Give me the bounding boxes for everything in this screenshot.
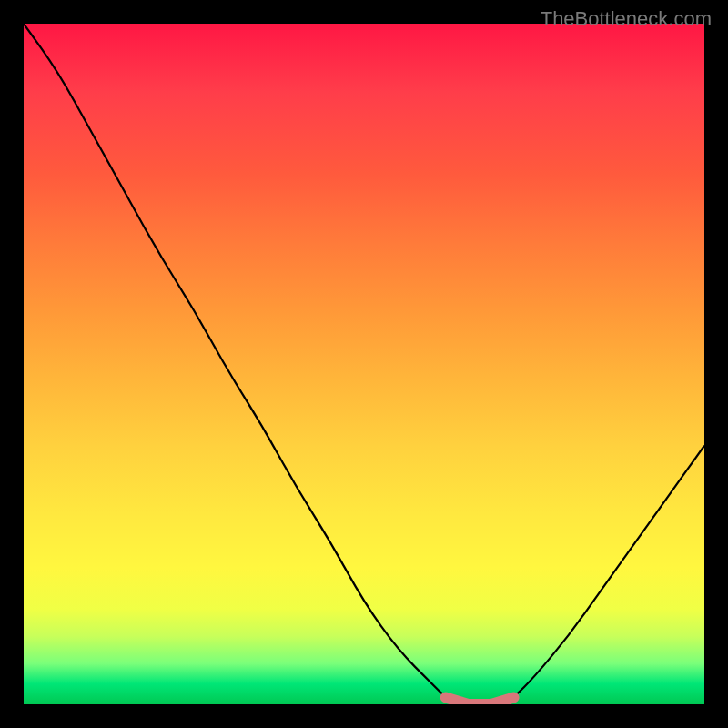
chart-curve-layer	[24, 24, 704, 704]
chart-plot-area	[24, 24, 704, 704]
trough-marker	[446, 698, 514, 704]
bottleneck-curve	[24, 24, 704, 704]
watermark: TheBottleneck.com	[541, 7, 712, 31]
